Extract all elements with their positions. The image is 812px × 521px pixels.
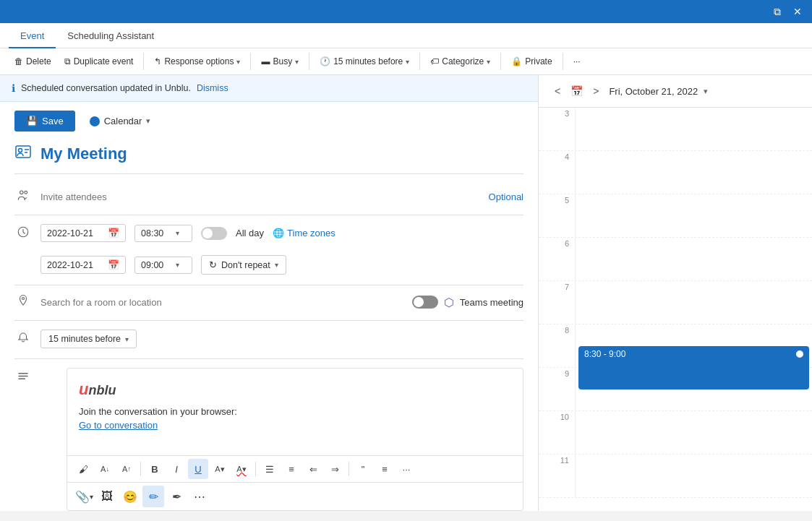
italic-button[interactable]: I: [166, 459, 187, 479]
location-input[interactable]: [40, 297, 403, 308]
start-date-calendar-icon[interactable]: 📅: [108, 228, 119, 238]
cal-nav: < 📅 > Fri, October 21, 2022 ▾: [539, 75, 812, 108]
divider-5: [500, 53, 501, 70]
cal-next-button[interactable]: >: [589, 82, 603, 100]
busy-icon: ▬: [261, 56, 270, 66]
join-text: Join the conversation in your browser:: [79, 406, 511, 417]
dismiss-link[interactable]: Dismiss: [197, 83, 228, 93]
image-button[interactable]: 🖼: [96, 486, 118, 507]
start-date-input[interactable]: [47, 228, 105, 238]
private-button[interactable]: 🔒 Private: [505, 53, 557, 70]
svg-rect-9: [18, 376, 28, 377]
end-time-dropdown-arrow[interactable]: ▾: [176, 261, 179, 269]
draw-button[interactable]: ✏: [142, 486, 164, 507]
more-button[interactable]: ···: [568, 53, 586, 70]
start-time-input[interactable]: [141, 228, 173, 238]
end-time-wrap[interactable]: ▾: [134, 257, 192, 274]
font-color-button[interactable]: A▾: [231, 459, 252, 479]
numbered-button[interactable]: ≡: [281, 459, 302, 479]
event-panel: ℹ Scheduled conversation updated in Unbl…: [0, 75, 539, 511]
cal-time-slot[interactable]: [575, 368, 812, 410]
start-date-wrap[interactable]: 📅: [40, 224, 126, 242]
reminder-row: 15 minutes before ▾: [14, 327, 523, 351]
repeat-button[interactable]: ↻ Don't repeat ▾: [201, 255, 286, 275]
editor-content: unblu Join the conversation in your brow…: [67, 369, 523, 455]
busy-button[interactable]: ▬ Busy ▾: [255, 53, 304, 70]
cal-prev-button[interactable]: <: [550, 82, 565, 100]
cal-time-slot[interactable]: [575, 108, 812, 150]
timezone-link[interactable]: 🌐 Time zones: [273, 228, 336, 238]
cal-time-slot[interactable]: [575, 151, 812, 194]
cal-hour-row: 10: [539, 411, 812, 455]
indent-button[interactable]: ⇒: [325, 459, 345, 479]
bullets-button[interactable]: ☰: [260, 459, 280, 479]
end-date-input[interactable]: [47, 260, 105, 270]
signature-button[interactable]: ✒: [166, 486, 187, 507]
unblu-logo: unblu: [79, 380, 511, 399]
more-format-button[interactable]: ···: [396, 459, 416, 479]
restore-button[interactable]: ⧉: [769, 3, 786, 20]
cal-time-label: 4: [539, 151, 575, 161]
meeting-title-input[interactable]: [40, 145, 523, 163]
cal-hour-row: 5: [539, 194, 812, 238]
format-painter-button[interactable]: 🖌: [73, 459, 93, 479]
separator-4: [14, 358, 523, 359]
all-day-toggle[interactable]: [201, 227, 227, 240]
delete-button[interactable]: 🗑 Delete: [9, 53, 57, 70]
end-time-input[interactable]: [141, 260, 173, 270]
cal-time-slot[interactable]: 8:30 - 9:00: [575, 324, 812, 367]
outdent-button[interactable]: ⇐: [303, 459, 323, 479]
end-date-wrap[interactable]: 📅: [40, 256, 126, 274]
more-bottom-button[interactable]: ⋯: [189, 486, 210, 507]
close-button[interactable]: ✕: [789, 3, 806, 20]
attach-button[interactable]: 📎▾: [73, 486, 95, 507]
cal-time-slot[interactable]: [575, 194, 812, 237]
start-time-wrap[interactable]: ▾: [134, 225, 192, 242]
emoji-button[interactable]: 😊: [119, 486, 141, 507]
font-size-up-button[interactable]: A↑: [116, 459, 137, 479]
categorize-button[interactable]: 🏷 Categorize ▾: [424, 53, 496, 70]
cal-time-slot[interactable]: [575, 281, 812, 324]
cal-date-dropdown[interactable]: ▾: [704, 87, 708, 96]
calendar-picker-button[interactable]: Calendar ▾: [84, 112, 157, 130]
quote-button[interactable]: ": [353, 459, 373, 479]
notification-bar: ℹ Scheduled conversation updated in Unbl…: [0, 75, 538, 102]
start-time-dropdown-arrow[interactable]: ▾: [176, 229, 179, 237]
tab-scheduling[interactable]: Scheduling Assistant: [56, 23, 166, 48]
align-button[interactable]: ≡: [375, 459, 395, 479]
cal-time-label: 8: [539, 324, 575, 335]
response-options-button[interactable]: ↰ Response options ▾: [148, 53, 246, 70]
editor-sep-3: [349, 462, 349, 476]
cal-time-slot[interactable]: [575, 411, 812, 454]
go-to-conversation-link[interactable]: Go to conversation: [79, 420, 158, 431]
tabs-bar: Event Scheduling Assistant: [0, 23, 812, 48]
save-button[interactable]: 💾 Save: [14, 111, 75, 132]
reminder-toolbar-button[interactable]: 🕐 15 minutes before ▾: [314, 53, 415, 70]
highlight-button[interactable]: A▾: [210, 459, 230, 479]
attendees-field-group: Optional: [40, 191, 523, 202]
attendees-input[interactable]: [40, 191, 483, 202]
globe-icon: 🌐: [273, 228, 284, 238]
body-editor[interactable]: unblu Join the conversation in your brow…: [67, 368, 523, 511]
tag-icon: 🏷: [430, 56, 439, 66]
reminder-button[interactable]: 15 minutes before ▾: [40, 330, 137, 348]
clock-icon-form: [14, 225, 32, 241]
body-icon: [14, 371, 32, 387]
cal-today-icon[interactable]: 📅: [570, 85, 583, 97]
divider-3: [309, 53, 309, 70]
cal-time-slot[interactable]: [575, 455, 812, 497]
cal-grid: 3456788:30 - 9:0091011: [539, 108, 812, 511]
teams-toggle[interactable]: [412, 296, 438, 309]
cal-event-drag-dot[interactable]: [796, 350, 803, 358]
busy-dropdown-arrow: ▾: [295, 58, 299, 66]
font-size-down-button[interactable]: A↓: [95, 459, 115, 479]
duplicate-button[interactable]: ⧉ Duplicate event: [59, 53, 140, 70]
info-icon: ℹ: [12, 82, 15, 94]
underline-button[interactable]: U: [188, 459, 208, 479]
calendar-color-dot: [90, 116, 100, 126]
bold-button[interactable]: B: [145, 459, 165, 479]
tab-event[interactable]: Event: [9, 23, 56, 48]
cal-time-label: 7: [539, 281, 575, 291]
cal-time-slot[interactable]: [575, 238, 812, 280]
end-date-calendar-icon[interactable]: 📅: [108, 259, 119, 270]
